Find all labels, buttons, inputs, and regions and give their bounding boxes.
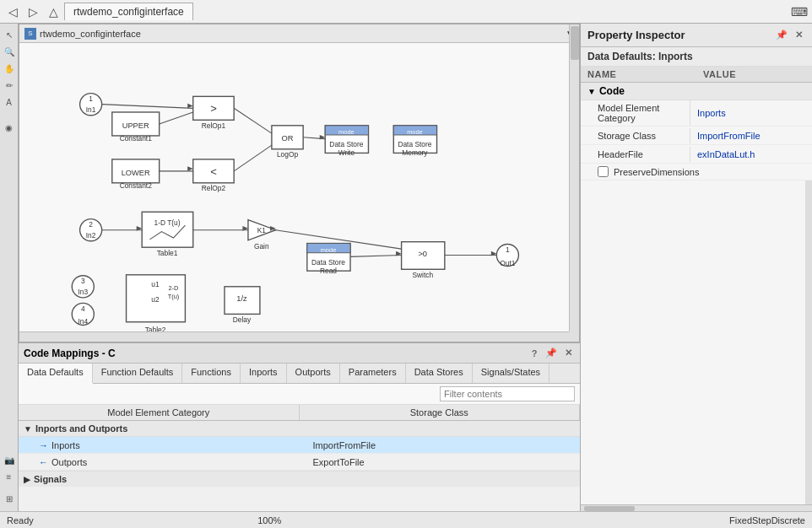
code-mappings-title: Code Mappings - C: [24, 348, 116, 359]
signals-toggle-icon: ▶: [24, 475, 30, 484]
canvas-vscroll-thumb[interactable]: [571, 26, 579, 60]
svg-text:<: <: [210, 165, 217, 178]
prop-value-headerfile[interactable]: exInDataLut.h: [690, 147, 812, 162]
svg-text:RelOp1: RelOp1: [202, 121, 226, 130]
sidebar-expand-icon[interactable]: ⊞: [2, 491, 17, 506]
svg-text:1-D T(u): 1-D T(u): [154, 218, 180, 227]
main-area: ↖ 🔍 ✋ ✏ A ◉ 📷 ≡ ⊞ S rtwdemo_configinterf…: [0, 24, 812, 511]
svg-text:Memory: Memory: [402, 148, 428, 157]
status-bar: Ready 100% FixedStepDiscrete: [0, 511, 812, 528]
col-header-model-element-category: Model Element Category: [19, 405, 300, 420]
outports-icon: ←: [39, 457, 48, 467]
group-label: Inports and Outports: [35, 423, 127, 434]
cell-inports-name: → Inports: [19, 439, 306, 452]
svg-text:Out1: Out1: [500, 259, 515, 267]
sidebar-text-icon[interactable]: A: [2, 94, 17, 110]
tab-outports[interactable]: Outports: [287, 364, 340, 383]
close-panel-button[interactable]: ✕: [561, 347, 575, 360]
prop-vscrollbar[interactable]: [805, 180, 812, 504]
prop-section-code[interactable]: ▼ Code: [581, 83, 812, 100]
status-ready: Ready: [7, 515, 34, 525]
group-signals[interactable]: ▶ Signals: [19, 471, 580, 487]
cell-outports-storage-class: ExportToFile: [306, 455, 581, 469]
inports-label: Inports: [51, 440, 80, 450]
preservedimensions-label: PreserveDimensions: [614, 167, 699, 177]
pin-button[interactable]: 📌: [544, 347, 558, 360]
code-mappings-table: Model Element Category Storage Class ▼ I…: [19, 405, 580, 511]
tab-data-defaults[interactable]: Data Defaults: [19, 364, 93, 384]
svg-text:>0: >0: [418, 250, 427, 258]
back-button[interactable]: ◁: [3, 3, 22, 21]
filter-input[interactable]: [440, 386, 575, 401]
canvas-scroll-corner: [569, 331, 579, 342]
svg-text:Gain: Gain: [254, 242, 269, 251]
canvas-hscrollbar[interactable]: [19, 331, 569, 342]
property-inspector-header: Property Inspector 📌 ✕: [581, 24, 812, 47]
svg-text:mode: mode: [338, 128, 355, 136]
inports-icon: →: [39, 440, 48, 450]
sidebar-connect-icon[interactable]: ✏: [2, 78, 17, 93]
prop-col-value: VALUE: [696, 67, 812, 82]
svg-text:mode: mode: [407, 128, 423, 136]
sidebar-port-icon[interactable]: ◉: [2, 120, 17, 135]
cell-outports-name: ← Outports: [19, 455, 306, 469]
prop-hscroll-thumb[interactable]: [584, 506, 635, 511]
prop-value-model-element-category: Inports: [690, 105, 812, 121]
canvas-vscrollbar[interactable]: [569, 24, 579, 342]
table-row-outports[interactable]: ← Outports ExportToFile: [19, 454, 580, 471]
tab-inports[interactable]: Inports: [241, 364, 287, 383]
svg-text:RelOp2: RelOp2: [202, 184, 226, 192]
prop-hscrollbar[interactable]: [581, 504, 812, 511]
sidebar-zoom-icon[interactable]: 🔍: [2, 44, 17, 59]
keyboard-icon-button[interactable]: ⌨: [790, 3, 809, 21]
prop-row-headerfile: HeaderFile exInDataLut.h: [581, 145, 812, 164]
group-inports-outports[interactable]: ▼ Inports and Outports: [19, 421, 580, 437]
cell-inports-storage-class: ImportFromFile: [306, 439, 581, 452]
svg-text:In2: In2: [86, 231, 96, 240]
svg-text:Data Store: Data Store: [398, 140, 431, 148]
filter-bar: [19, 384, 580, 405]
group-toggle-icon: ▼: [24, 424, 32, 434]
prop-header-icons: 📌 ✕: [775, 29, 805, 42]
tab-function-defaults[interactable]: Function Defaults: [93, 364, 183, 383]
sidebar-layers-icon[interactable]: ≡: [2, 469, 17, 484]
svg-text:Write: Write: [338, 148, 355, 157]
prop-pin-button[interactable]: 📌: [775, 29, 788, 42]
svg-text:LOWER: LOWER: [122, 169, 150, 177]
sidebar-camera-icon[interactable]: 📷: [2, 452, 17, 467]
sidebar-hand-icon[interactable]: ✋: [2, 61, 17, 76]
tab-data-stores[interactable]: Data Stores: [406, 364, 473, 383]
svg-text:2: 2: [89, 220, 93, 229]
tab-parameters[interactable]: Parameters: [340, 364, 406, 383]
svg-text:1: 1: [89, 94, 93, 103]
property-inspector-panel: Property Inspector 📌 ✕ Data Defaults: In…: [580, 24, 812, 511]
help-button[interactable]: ?: [528, 347, 541, 360]
table-header: Model Element Category Storage Class: [19, 405, 580, 421]
model-tab[interactable]: rtwdemo_configinterface: [64, 3, 193, 20]
svg-text:UPPER: UPPER: [122, 121, 149, 130]
svg-text:u1: u1: [151, 280, 160, 288]
table-row-inports[interactable]: → Inports ImportFromFile: [19, 437, 580, 454]
up-button[interactable]: △: [44, 3, 62, 21]
canvas-model-name: rtwdemo_configinterface: [40, 29, 141, 39]
tab-functions[interactable]: Functions: [182, 364, 241, 383]
simulink-canvas: S rtwdemo_configinterface ▼ 1 In1 UPPER …: [19, 24, 580, 342]
prop-name-headerfile: HeaderFile: [581, 147, 690, 162]
prop-value-storage-class[interactable]: ImportFromFile: [690, 128, 812, 143]
prop-row-model-element-category: Model Element Category Inports: [581, 100, 812, 127]
svg-text:3: 3: [81, 277, 85, 285]
tab-signals-states[interactable]: Signals/States: [473, 364, 549, 383]
prop-row-storage-class: Storage Class ImportFromFile: [581, 127, 812, 145]
svg-text:Data Store: Data Store: [311, 258, 345, 267]
prop-subheader: Data Defaults: Inports: [581, 47, 812, 67]
svg-text:Constant1: Constant1: [120, 134, 153, 143]
preservedimensions-checkbox[interactable]: [598, 166, 609, 177]
left-sidebar: ↖ 🔍 ✋ ✏ A ◉ 📷 ≡ ⊞: [0, 24, 19, 511]
code-mappings-header: Code Mappings - C ? 📌 ✕: [19, 343, 580, 364]
main-toolbar: ◁ ▷ △ rtwdemo_configinterface ⌨: [0, 0, 812, 24]
prop-close-button[interactable]: ✕: [792, 29, 805, 42]
sidebar-select-icon[interactable]: ↖: [2, 27, 17, 42]
forward-button[interactable]: ▷: [24, 3, 42, 21]
canvas-header: S rtwdemo_configinterface ▼: [19, 24, 579, 43]
svg-text:OR: OR: [282, 134, 294, 143]
